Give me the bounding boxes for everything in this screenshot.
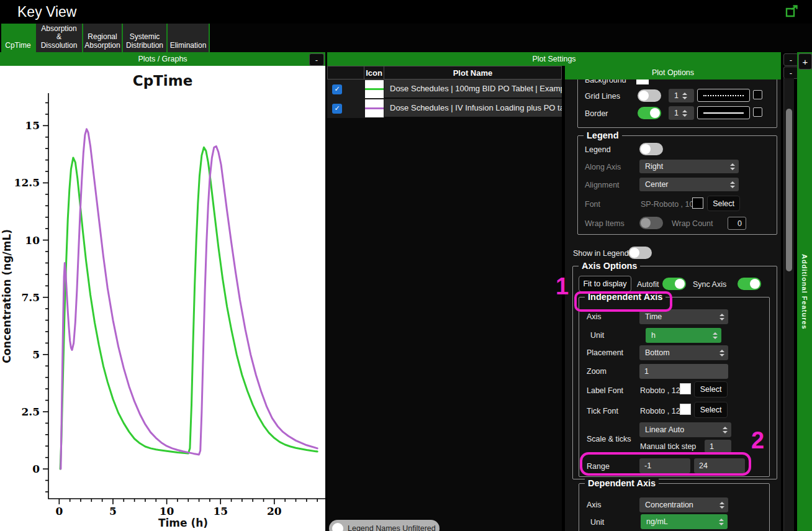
dropdown-arrows-icon	[730, 163, 735, 170]
independent-unit-dropdown[interactable]: h	[646, 328, 721, 343]
svg-text:15: 15	[213, 505, 228, 517]
svg-text:5: 5	[109, 505, 117, 517]
wrap-count-input[interactable]: 0	[728, 217, 746, 230]
y-axis-label: Concentration (ng/mL)	[1, 229, 13, 363]
svg-text:15: 15	[25, 119, 40, 132]
open-external-icon[interactable]	[785, 4, 800, 18]
table-row: ✓ Dose Schedules | 100mg BID PO Tablet |…	[327, 79, 562, 99]
fit-to-display-button[interactable]: Fit to display	[579, 276, 631, 292]
plot-settings-title: Plot Settings	[532, 55, 575, 63]
show-in-legend-toggle[interactable]	[628, 247, 652, 259]
table-row: ✓ Dose Schedules | IV Infusion Loading p…	[327, 99, 562, 118]
dotted-line-icon	[703, 95, 744, 96]
plot-options-collapse-button[interactable]: -	[783, 66, 798, 79]
grid-lines-color-checkbox[interactable]	[753, 90, 762, 99]
legend-names-filter-toggle[interactable]: Legend Names Unfiltered	[329, 520, 440, 531]
manual-tick-step-value: 1	[710, 442, 714, 451]
border-width-stepper[interactable]: 1	[669, 106, 694, 120]
grid-lines-width-value: 1	[674, 91, 679, 100]
svg-text:12.5: 12.5	[14, 176, 40, 189]
additional-features-expand-button[interactable]: +	[798, 53, 812, 70]
window-title: Key View	[17, 4, 76, 20]
independent-axis-label: Axis	[587, 312, 602, 321]
dependent-unit-dropdown[interactable]: ng/mL	[641, 514, 728, 529]
legend-names-filter-label: Legend Names Unfiltered	[348, 524, 436, 531]
grid-lines-width-stepper[interactable]: 1	[669, 89, 694, 102]
tick-font-color-swatch[interactable]	[680, 404, 691, 415]
row-visible-checkbox[interactable]: ✓	[332, 84, 342, 94]
legend-font-color-swatch[interactable]	[692, 197, 703, 209]
svg-text:2.5: 2.5	[21, 406, 40, 418]
autofit-toggle[interactable]	[662, 278, 686, 290]
dropdown-arrows-icon	[720, 314, 724, 320]
along-axis-label: Along Axis	[585, 163, 621, 171]
series-line-swatch	[365, 99, 384, 117]
dependent-axis-dropdown[interactable]: Concentration	[639, 497, 728, 512]
scale-dropdown[interactable]: Linear Auto	[639, 422, 731, 437]
legend-font-value: SP-Roboto , 10	[641, 200, 693, 209]
legend-font-label: Font	[585, 200, 600, 209]
legend-group-title: Legend	[584, 130, 622, 140]
tab-systemic-distribution[interactable]: Systemic Distribution	[123, 24, 166, 52]
alignment-dropdown[interactable]: Center	[639, 178, 739, 191]
svg-text:5: 5	[32, 348, 40, 361]
toggle-knob-icon	[641, 218, 651, 228]
legend-toggle[interactable]	[639, 143, 663, 155]
border-line-style-preview[interactable]	[697, 106, 750, 119]
border-toggle[interactable]	[638, 107, 661, 119]
legend-font-select-button[interactable]: Select	[707, 196, 740, 211]
column-header-plot-name: Plot Name	[384, 66, 562, 79]
zoom-value: 1	[644, 367, 649, 376]
toggle-knob-icon	[675, 279, 685, 289]
svg-text:7.5: 7.5	[21, 291, 40, 304]
label-font-color-swatch[interactable]	[680, 383, 691, 394]
tab-regional-absorption[interactable]: Regional Absorption	[83, 24, 122, 52]
along-axis-dropdown[interactable]: Right	[639, 160, 739, 173]
plot-options-header: Plot Options	[565, 66, 781, 79]
along-axis-value: Right	[645, 162, 663, 171]
tab-absorption-dissolution[interactable]: Absorption & Dissolution	[36, 24, 82, 52]
placement-value: Bottom	[645, 348, 670, 357]
wrap-items-toggle[interactable]	[639, 217, 663, 229]
tab-elimination[interactable]: Elimination	[168, 24, 209, 52]
plot-name[interactable]: Dose Schedules | 100mg BID PO Tablet | E…	[384, 79, 562, 99]
row-visible-checkbox[interactable]: ✓	[332, 104, 342, 114]
stepper-arrows-icon[interactable]	[682, 93, 687, 99]
placement-dropdown[interactable]: Bottom	[639, 345, 728, 360]
alignment-value: Center	[645, 180, 669, 189]
axis-options-title: Axis Options	[579, 261, 640, 271]
toggle-knob-icon	[750, 279, 760, 289]
plot-options-title: Plot Options	[652, 68, 694, 77]
grid-lines-toggle[interactable]	[638, 89, 661, 102]
key-view-window: Key View CpTime Absorption & Dissolution…	[0, 0, 812, 531]
cptime-chart[interactable]: CpTime Time (h) Concentration (ng/mL) 05…	[0, 66, 325, 531]
plots-graphs-collapse-button[interactable]: -	[309, 53, 324, 66]
plot-settings-header: Plot Settings	[327, 52, 781, 66]
zoom-input[interactable]: 1	[639, 364, 728, 379]
plots-graphs-title: Plots / Graphs	[138, 55, 187, 63]
dropdown-arrows-icon	[723, 427, 728, 433]
solid-line-icon	[703, 112, 744, 114]
stepper-arrows-icon[interactable]	[682, 110, 687, 117]
svg-text:0: 0	[32, 463, 40, 475]
grid-line-style-preview[interactable]	[697, 89, 750, 102]
tab-cptime[interactable]: CpTime	[1, 24, 35, 52]
plot-options-scrollbar[interactable]	[783, 78, 794, 531]
dependent-axis-value: Concentration	[645, 501, 693, 509]
additional-features-rail[interactable]: Additional Features	[797, 52, 812, 531]
additional-features-label: Additional Features	[801, 254, 808, 330]
plots-graphs-panel: CpTime Time (h) Concentration (ng/mL) 05…	[0, 66, 325, 531]
scrollbar-thumb[interactable]	[786, 109, 792, 271]
plot-name[interactable]: Dose Schedules | IV Infusion Loading plu…	[384, 99, 562, 118]
autofit-label: Autofit	[637, 280, 659, 289]
plot-settings-collapse-button[interactable]: -	[783, 53, 798, 66]
tick-font-select-button[interactable]: Select	[694, 402, 728, 418]
label-font-select-button[interactable]: Select	[694, 381, 728, 397]
wrap-items-label: Wrap Items	[585, 219, 625, 228]
column-header-icon: Icon	[364, 66, 384, 79]
show-in-legend-label: Show in Legend	[573, 249, 629, 258]
manual-tick-step-input[interactable]: 1	[705, 440, 731, 453]
toggle-knob-icon	[639, 91, 649, 101]
border-color-checkbox[interactable]	[753, 107, 762, 117]
sync-axis-toggle[interactable]	[738, 278, 761, 290]
